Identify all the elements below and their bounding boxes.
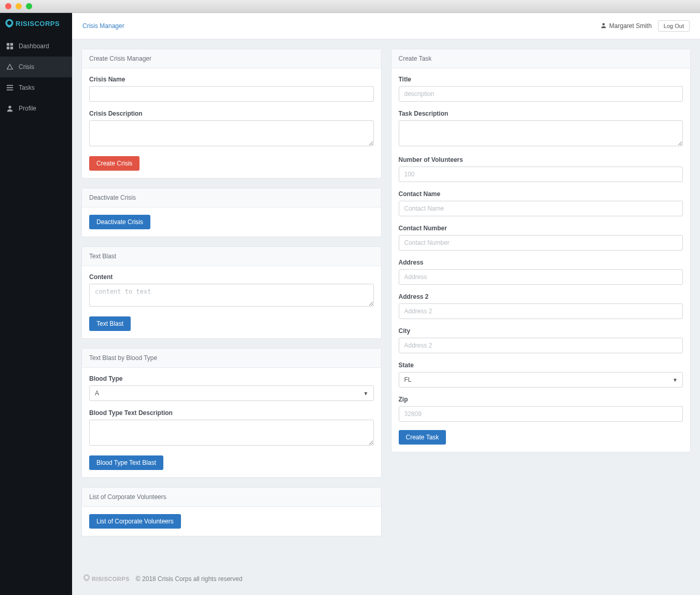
brand-logo: RISISCORPS <box>0 13 72 36</box>
panel-deactivate-crisis: Deactivate Crisis Deactivate Crisis <box>81 188 382 237</box>
window-minimize-icon[interactable] <box>16 3 22 9</box>
crisis-name-input[interactable] <box>89 86 374 102</box>
panel-create-task: Create Task Title Task Description <box>391 49 691 452</box>
contact-number-input[interactable] <box>399 235 683 251</box>
panel-title: List of Corporate Volunteers <box>82 488 381 507</box>
sidebar-item-label: Tasks <box>19 84 35 91</box>
text-blast-button[interactable]: Text Blast <box>89 316 131 331</box>
create-task-button[interactable]: Create Task <box>399 430 446 445</box>
volunteers-label: Number of Volunteers <box>399 156 683 163</box>
svg-point-7 <box>8 106 11 108</box>
panel-text-blast: Text Blast Content Text Blast <box>81 246 382 339</box>
city-input[interactable] <box>399 338 683 353</box>
svg-rect-4 <box>7 85 13 86</box>
copyright-text: © 2018 Crisis Corps all rights reserved <box>136 575 243 583</box>
panel-corporate-volunteers: List of Corporate Volunteers List of Cor… <box>81 487 382 536</box>
content-label: Content <box>89 273 374 281</box>
corporate-volunteers-button[interactable]: List of Corporate Volunteers <box>89 514 181 529</box>
svg-rect-3 <box>10 47 13 49</box>
user-name: Margaret Smith <box>600 22 652 30</box>
address2-input[interactable] <box>399 303 683 319</box>
address-label: Address <box>399 259 683 266</box>
footer-logo: RISISCORPS <box>82 574 130 584</box>
zip-label: Zip <box>399 396 683 403</box>
city-label: City <box>399 327 683 335</box>
crisis-name-label: Crisis Name <box>89 76 374 83</box>
address2-label: Address 2 <box>399 293 683 300</box>
breadcrumb[interactable]: Crisis Manager <box>82 22 124 30</box>
grid-icon <box>6 43 13 50</box>
panel-title: Text Blast <box>82 247 381 266</box>
logout-button[interactable]: Log Out <box>658 20 690 32</box>
sidebar-item-label: Dashboard <box>19 43 49 50</box>
sidebar-item-dashboard[interactable]: Dashboard <box>0 36 72 57</box>
contact-name-input[interactable] <box>399 201 683 216</box>
blood-desc-label: Blood Type Text Description <box>89 409 374 417</box>
svg-rect-5 <box>7 87 13 88</box>
panel-blood-text-blast: Text Blast by Blood Type Blood Type A ▼ <box>81 348 382 478</box>
content-textarea[interactable] <box>89 284 374 307</box>
user-icon <box>6 105 13 112</box>
topbar: Crisis Manager Margaret Smith Log Out <box>72 13 700 39</box>
blood-desc-textarea[interactable] <box>89 420 374 446</box>
state-select[interactable]: FL <box>399 372 683 388</box>
window-maximize-icon[interactable] <box>26 3 32 9</box>
zip-input[interactable] <box>399 406 683 422</box>
create-crisis-button[interactable]: Create Crisis <box>89 156 139 171</box>
blood-type-label: Blood Type <box>89 375 374 382</box>
panel-title: Create Crisis Manager <box>82 49 381 68</box>
svg-rect-2 <box>7 47 9 49</box>
sidebar-item-label: Profile <box>19 105 36 112</box>
crisis-desc-textarea[interactable] <box>89 120 374 146</box>
task-title-label: Title <box>399 76 683 83</box>
footer: RISISCORPS © 2018 Crisis Corps all right… <box>72 562 700 595</box>
sidebar-item-crisis[interactable]: Crisis <box>0 57 72 77</box>
user-icon <box>600 22 607 30</box>
logo-icon <box>4 18 15 29</box>
contact-name-label: Contact Name <box>399 190 683 198</box>
panel-title: Text Blast by Blood Type <box>82 349 381 368</box>
volunteers-input[interactable] <box>399 167 683 182</box>
svg-point-8 <box>603 23 605 25</box>
blood-type-select[interactable]: A <box>89 385 374 401</box>
panel-title: Deactivate Crisis <box>82 188 381 207</box>
deactivate-crisis-button[interactable]: Deactivate Crisis <box>89 215 150 229</box>
task-desc-textarea[interactable] <box>399 120 683 146</box>
svg-rect-0 <box>7 43 9 46</box>
panel-title: Create Task <box>391 49 691 68</box>
sidebar-item-profile[interactable]: Profile <box>0 98 72 119</box>
task-desc-label: Task Description <box>399 110 683 117</box>
sidebar: RISISCORPS Dashboard Crisis Tasks <box>0 13 72 595</box>
address-input[interactable] <box>399 269 683 285</box>
svg-rect-1 <box>10 43 13 46</box>
list-icon <box>6 84 13 91</box>
svg-rect-6 <box>7 90 13 91</box>
sidebar-item-label: Crisis <box>19 63 34 71</box>
footer-brand-text: RISISCORPS <box>92 576 130 582</box>
contact-number-label: Contact Number <box>399 225 683 232</box>
warning-icon <box>6 63 13 71</box>
window-close-icon[interactable] <box>5 3 11 9</box>
crisis-desc-label: Crisis Description <box>89 110 374 117</box>
blood-text-blast-button[interactable]: Blood Type Text Blast <box>89 455 163 470</box>
panel-create-crisis: Create Crisis Manager Crisis Name Crisis… <box>81 49 382 178</box>
logo-icon <box>82 574 91 584</box>
window-titlebar <box>0 0 700 13</box>
brand-text: RISISCORPS <box>16 20 60 27</box>
sidebar-item-tasks[interactable]: Tasks <box>0 77 72 98</box>
state-label: State <box>399 362 683 369</box>
task-title-input[interactable] <box>399 86 683 102</box>
